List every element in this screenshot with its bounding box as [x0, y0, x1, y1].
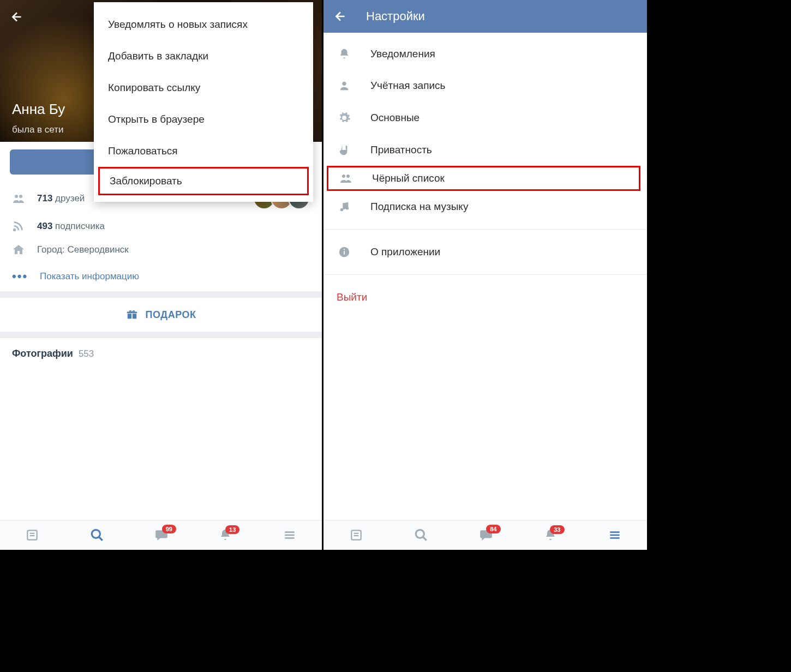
svg-point-1 — [19, 195, 22, 198]
settings-item-account[interactable]: Учётная запись — [323, 70, 647, 101]
menu-item-report[interactable]: Пожаловаться — [94, 135, 313, 167]
user-icon — [337, 80, 352, 92]
photos-section[interactable]: Фотографии 553 — [0, 338, 322, 369]
bottom-nav: 99 13 — [0, 520, 322, 550]
settings-item-blacklist[interactable]: Чёрный список — [328, 167, 639, 189]
back-arrow-icon[interactable] — [333, 9, 347, 23]
gift-label: ПОДАРОК — [146, 309, 196, 321]
followers-row[interactable]: 493 подписчика — [0, 215, 322, 238]
settings-item-notifications[interactable]: Уведомления — [323, 38, 647, 70]
notifications-badge: 13 — [225, 525, 239, 534]
svg-point-17 — [340, 208, 344, 212]
photos-count: 553 — [79, 349, 94, 359]
settings-item-music[interactable]: Подписка на музыку — [323, 191, 647, 223]
svg-rect-20 — [344, 251, 345, 254]
nav-feed-icon[interactable] — [25, 528, 39, 542]
nav-search-icon[interactable] — [90, 528, 104, 542]
svg-point-25 — [416, 530, 424, 538]
settings-label: Подписка на музыку — [370, 201, 468, 213]
rss-icon — [12, 220, 25, 232]
settings-label: О приложении — [370, 246, 440, 258]
gift-icon — [126, 309, 138, 321]
settings-item-privacy[interactable]: Приватность — [323, 134, 647, 166]
nav-search-icon[interactable] — [414, 528, 428, 542]
svg-rect-3 — [127, 314, 131, 319]
messages-badge: 99 — [162, 525, 176, 533]
nav-menu-icon[interactable] — [608, 528, 622, 542]
profile-screen: Анна Бу была в сети Сообще 713 друзей 49… — [0, 0, 323, 550]
settings-label: Приватность — [370, 144, 432, 156]
svg-rect-4 — [133, 314, 136, 319]
separator — [323, 229, 647, 230]
photos-label: Фотографии — [12, 348, 73, 359]
nav-notifications-icon[interactable]: 13 — [219, 529, 232, 542]
nav-feed-icon[interactable] — [349, 528, 363, 542]
highlight-annotation: Чёрный список — [327, 166, 640, 191]
profile-status: была в сети — [12, 124, 63, 135]
profile-name: Анна Бу — [12, 101, 65, 118]
show-info-button[interactable]: ••• Показать информацию — [0, 262, 322, 291]
menu-item-block[interactable]: Заблокировать — [100, 169, 307, 194]
home-icon — [12, 243, 25, 256]
bell-icon — [337, 48, 352, 60]
friends-text: 713 друзей — [37, 193, 85, 204]
nav-notifications-icon[interactable]: 33 — [544, 529, 557, 542]
city-row[interactable]: Город: Северодвинск — [0, 238, 322, 262]
svg-point-0 — [15, 195, 18, 198]
settings-label: Основные — [370, 112, 420, 124]
music-icon — [337, 201, 352, 213]
nav-menu-icon[interactable] — [283, 528, 297, 542]
svg-line-26 — [423, 537, 427, 541]
dots-icon: ••• — [12, 269, 28, 284]
settings-list: Уведомления Учётная запись Основные — [323, 33, 647, 313]
toolbar: Настройки — [323, 0, 647, 33]
info-icon — [337, 246, 352, 258]
messages-badge: 84 — [486, 525, 500, 533]
profile-dropdown-menu: Уведомлять о новых записях Добавить в за… — [94, 2, 313, 202]
svg-point-15 — [342, 175, 345, 178]
city-text: Город: Северодвинск — [37, 244, 129, 255]
menu-item-open-browser[interactable]: Открыть в браузере — [94, 104, 313, 135]
notifications-badge: 33 — [550, 525, 564, 534]
show-info-label: Показать информацию — [40, 271, 139, 282]
users-icon — [338, 172, 353, 185]
settings-label: Уведомления — [370, 48, 435, 60]
settings-item-about[interactable]: О приложении — [323, 236, 647, 268]
separator — [0, 291, 322, 298]
menu-item-bookmark[interactable]: Добавить в закладки — [94, 40, 313, 72]
settings-label: Чёрный список — [372, 172, 445, 184]
svg-point-14 — [342, 82, 346, 86]
svg-point-21 — [344, 249, 345, 250]
toolbar-title: Настройки — [366, 9, 425, 23]
highlight-annotation: Заблокировать — [98, 167, 309, 195]
svg-rect-5 — [127, 312, 136, 314]
gift-button[interactable]: ПОДАРОК — [0, 298, 322, 332]
menu-item-notify[interactable]: Уведомлять о новых записях — [94, 9, 313, 40]
svg-line-10 — [99, 537, 103, 541]
svg-point-2 — [14, 229, 15, 231]
logout-button[interactable]: Выйти — [323, 281, 647, 313]
hand-icon — [337, 144, 352, 156]
gear-icon — [337, 111, 352, 124]
svg-point-16 — [346, 175, 350, 178]
back-arrow-icon[interactable] — [10, 10, 24, 24]
menu-item-copy-link[interactable]: Копировать ссылку — [94, 72, 313, 104]
svg-point-18 — [346, 207, 349, 210]
bottom-nav: 84 33 — [323, 520, 647, 550]
settings-item-general[interactable]: Основные — [323, 101, 647, 134]
separator — [323, 274, 647, 275]
separator — [0, 332, 322, 338]
settings-screen: Настройки Уведомления Учётная запись — [323, 0, 647, 550]
nav-messages-icon[interactable]: 84 — [479, 528, 493, 542]
nav-messages-icon[interactable]: 99 — [154, 528, 169, 542]
friends-icon — [12, 192, 25, 205]
settings-label: Учётная запись — [370, 80, 445, 92]
followers-text: 493 подписчика — [37, 221, 105, 232]
svg-point-9 — [92, 530, 100, 538]
